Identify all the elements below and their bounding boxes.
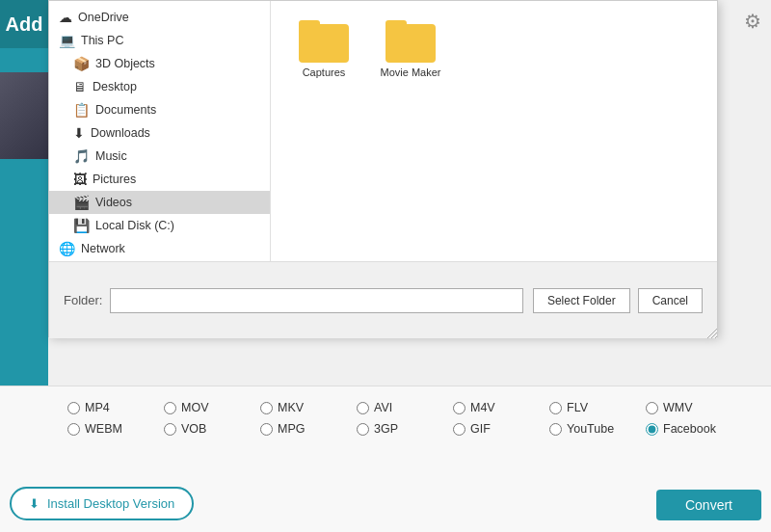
- onedrive-icon: ☁: [59, 10, 72, 25]
- network-label: Network: [81, 242, 125, 255]
- left-sidebar: Add: [0, 0, 48, 386]
- pictures-label: Pictures: [93, 173, 136, 186]
- flv-label: FLV: [567, 401, 588, 414]
- captures-label: Captures: [303, 66, 346, 78]
- 3d-objects-icon: 📦: [73, 56, 90, 71]
- radio-m4v[interactable]: [453, 402, 465, 414]
- documents-label: Documents: [95, 103, 156, 117]
- format-option-mp4[interactable]: MP4: [67, 401, 164, 414]
- download-icon: ⬇: [29, 496, 40, 511]
- format-option-3gp[interactable]: 3GP: [357, 422, 453, 436]
- bottom-toolbar: 🎞 🎵 MP4MOVMKVAVIM4VFLVWMVWEBMVOBMPG3GPGI…: [0, 386, 771, 532]
- mp4-label: MP4: [85, 401, 110, 414]
- radio-mkv[interactable]: [260, 402, 273, 414]
- youtube-label: YouTube: [567, 422, 614, 436]
- m4v-label: M4V: [470, 401, 495, 414]
- format-option-webm[interactable]: WEBM: [67, 422, 164, 436]
- resize-icon: [707, 329, 717, 338]
- music-icon: 🎵: [73, 148, 90, 164]
- folder-content: CapturesMovie Maker: [271, 1, 717, 261]
- radio-youtube[interactable]: [549, 423, 562, 436]
- movie-maker-folder-icon: [386, 20, 436, 63]
- dialog-buttons: Select Folder Cancel: [533, 288, 703, 313]
- desktop-label: Desktop: [93, 80, 137, 93]
- desktop-icon: 🖥: [73, 79, 87, 94]
- tree-item-network[interactable]: 🌐Network: [49, 237, 270, 260]
- tree-item-this-pc[interactable]: 💻This PC: [49, 29, 270, 52]
- tree-item-pictures[interactable]: 🖼Pictures: [49, 168, 270, 191]
- dialog-bottom-bar: Folder: Select Folder Cancel: [49, 261, 717, 338]
- add-button[interactable]: Add: [0, 0, 48, 48]
- vob-label: VOB: [181, 422, 206, 436]
- downloads-label: Downloads: [91, 126, 150, 140]
- resize-handle[interactable]: [707, 327, 717, 336]
- mkv-label: MKV: [278, 401, 304, 414]
- radio-facebook[interactable]: [646, 423, 658, 436]
- local-disk-icon: 💾: [73, 218, 90, 233]
- folder-dialog: ☁OneDrive💻This PC📦3D Objects🖥Desktop📋Doc…: [48, 0, 718, 337]
- gear-icon: ⚙: [744, 11, 761, 32]
- file-tree: ☁OneDrive💻This PC📦3D Objects🖥Desktop📋Doc…: [49, 1, 271, 261]
- format-option-mpg[interactable]: MPG: [260, 422, 357, 436]
- radio-avi[interactable]: [357, 402, 369, 414]
- videos-label: Videos: [95, 196, 132, 209]
- webm-label: WEBM: [85, 422, 122, 436]
- format-option-youtube[interactable]: YouTube: [549, 422, 646, 436]
- radio-mov[interactable]: [164, 402, 176, 414]
- tree-item-3d-objects[interactable]: 📦3D Objects: [49, 52, 270, 75]
- tree-item-downloads[interactable]: ⬇Downloads: [49, 121, 270, 145]
- format-option-vob[interactable]: VOB: [164, 422, 260, 436]
- 3d-objects-label: 3D Objects: [95, 57, 155, 70]
- format-option-avi[interactable]: AVI: [357, 401, 453, 414]
- radio-webm[interactable]: [67, 423, 80, 436]
- radio-flv[interactable]: [549, 402, 562, 414]
- cancel-button[interactable]: Cancel: [638, 288, 703, 313]
- avi-label: AVI: [374, 401, 392, 414]
- tree-item-local-disk[interactable]: 💾Local Disk (C:): [49, 214, 270, 237]
- local-disk-label: Local Disk (C:): [95, 219, 174, 232]
- mpg-label: MPG: [278, 422, 305, 436]
- 3gp-label: 3GP: [374, 422, 398, 436]
- wmv-label: WMV: [663, 401, 693, 414]
- format-row2: WEBMVOBMPG3GPGIFYouTubeFacebook: [67, 422, 713, 436]
- gear-button[interactable]: ⚙: [744, 10, 761, 33]
- format-option-gif[interactable]: GIF: [453, 422, 549, 436]
- pictures-icon: 🖼: [73, 172, 87, 187]
- tree-item-videos[interactable]: 🎬Videos: [49, 191, 270, 214]
- format-option-mkv[interactable]: MKV: [260, 401, 357, 414]
- folder-item-captures[interactable]: Captures: [290, 20, 358, 78]
- format-section: MP4MOVMKVAVIM4VFLVWMVWEBMVOBMPG3GPGIFYou…: [0, 386, 771, 445]
- svg-line-2: [715, 336, 717, 338]
- movie-maker-label: Movie Maker: [381, 66, 441, 78]
- documents-icon: 📋: [73, 102, 90, 118]
- folder-label: Folder:: [64, 293, 102, 307]
- tree-item-documents[interactable]: 📋Documents: [49, 98, 270, 121]
- folder-input[interactable]: [110, 288, 522, 313]
- this-pc-label: This PC: [81, 34, 123, 47]
- format-option-m4v[interactable]: M4V: [453, 401, 549, 414]
- select-folder-button[interactable]: Select Folder: [533, 288, 630, 313]
- tree-item-onedrive[interactable]: ☁OneDrive: [49, 6, 270, 29]
- format-option-flv[interactable]: FLV: [549, 401, 646, 414]
- install-button-label: Install Desktop Version: [47, 496, 174, 511]
- radio-mpg[interactable]: [260, 423, 273, 436]
- thumbnail-preview: [0, 72, 48, 159]
- network-icon: 🌐: [59, 241, 75, 256]
- radio-mp4[interactable]: [67, 402, 80, 414]
- radio-3gp[interactable]: [357, 423, 369, 436]
- radio-vob[interactable]: [164, 423, 176, 436]
- radio-gif[interactable]: [453, 423, 465, 436]
- format-option-facebook[interactable]: Facebook: [646, 422, 742, 436]
- format-option-wmv[interactable]: WMV: [646, 401, 742, 414]
- mov-label: MOV: [181, 401, 208, 414]
- format-option-mov[interactable]: MOV: [164, 401, 260, 414]
- radio-wmv[interactable]: [646, 402, 658, 414]
- facebook-label: Facebook: [663, 422, 716, 436]
- format-row1: MP4MOVMKVAVIM4VFLVWMV: [67, 401, 713, 414]
- captures-folder-icon: [299, 20, 349, 63]
- install-button[interactable]: ⬇ Install Desktop Version: [10, 487, 194, 520]
- tree-item-music[interactable]: 🎵Music: [49, 145, 270, 168]
- folder-item-movie-maker[interactable]: Movie Maker: [377, 20, 444, 78]
- convert-button[interactable]: Convert: [656, 490, 761, 520]
- tree-item-desktop[interactable]: 🖥Desktop: [49, 75, 270, 98]
